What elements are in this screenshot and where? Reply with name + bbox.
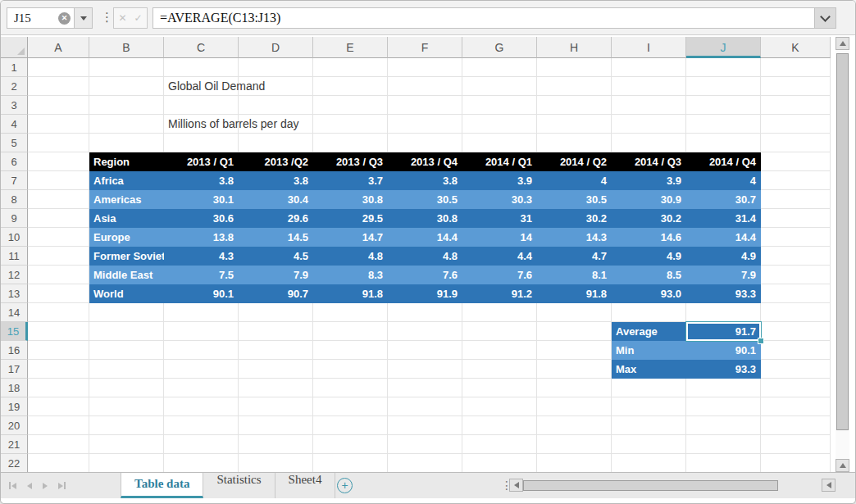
value-cell[interactable]: 91.8 [313,284,388,303]
value-cell[interactable]: 3.9 [462,171,537,190]
column-header-F[interactable]: F [388,37,462,58]
value-cell[interactable]: 4.7 [537,247,612,266]
cell-C4[interactable]: Millions of barrels per day [168,115,299,134]
value-cell[interactable]: 30.1 [164,190,239,209]
stats-label[interactable]: Max [612,360,686,379]
row-header-19[interactable]: 19 [1,397,28,416]
region-cell[interactable]: Europe [89,228,164,247]
scroll-left-button[interactable] [509,479,523,492]
tab-table-data[interactable]: Table data [121,473,203,498]
column-header-C[interactable]: C [164,37,239,58]
value-cell[interactable]: 14.5 [239,228,313,247]
value-cell[interactable]: 14.3 [537,228,612,247]
value-cell[interactable]: 4.9 [686,247,761,266]
table-header-cell[interactable]: 2014 / Q2 [537,152,612,171]
value-cell[interactable]: 14.7 [313,228,388,247]
value-cell[interactable]: 4.9 [612,247,686,266]
value-cell[interactable]: 30.3 [462,190,537,209]
value-cell[interactable]: 4 [686,171,761,190]
value-cell[interactable]: 31 [462,209,537,228]
row-header-7[interactable]: 7 [1,171,28,190]
value-cell[interactable]: 30.9 [612,190,686,209]
value-cell[interactable]: 30.8 [313,190,388,209]
value-cell[interactable]: 7.6 [462,266,537,284]
value-cell[interactable]: 3.7 [313,171,388,190]
row-header-6[interactable]: 6 [1,152,28,171]
column-header-G[interactable]: G [462,37,537,58]
value-cell[interactable]: 31.4 [686,209,761,228]
last-sheet-button[interactable] [58,482,66,489]
value-cell[interactable]: 14.4 [686,228,761,247]
value-cell[interactable]: 7.9 [239,266,313,284]
value-cell[interactable]: 30.2 [612,209,686,228]
previous-sheet-button[interactable] [27,483,32,489]
value-cell[interactable]: 7.6 [388,266,462,284]
vertical-scrollbar[interactable] [836,37,849,472]
table-header-cell[interactable]: Region [89,152,164,171]
column-header-B[interactable]: B [89,37,164,58]
value-cell[interactable]: 3.8 [239,171,313,190]
value-cell[interactable]: 4.8 [313,247,388,266]
value-cell[interactable]: 93.0 [612,284,686,303]
column-header-J[interactable]: J [686,37,761,58]
horizontal-scroll-thumb[interactable] [523,480,778,491]
value-cell[interactable]: 30.5 [537,190,612,209]
value-cell[interactable]: 14 [462,228,537,247]
value-cell[interactable]: 13.8 [164,228,239,247]
add-sheet-button[interactable]: + [337,478,353,493]
fill-handle[interactable] [758,338,764,344]
row-header-3[interactable]: 3 [1,96,28,115]
next-sheet-button[interactable] [43,483,48,489]
value-cell[interactable]: 93.3 [686,284,761,303]
column-header-K[interactable]: K [761,37,831,58]
scroll-up-button[interactable] [836,37,849,50]
value-cell[interactable]: 14.4 [388,228,462,247]
row-header-12[interactable]: 12 [1,266,28,284]
stats-label[interactable]: Average [612,322,686,341]
region-cell[interactable]: Former Soviet Union [89,247,164,266]
select-all-corner[interactable] [1,37,28,58]
value-cell[interactable]: 91.8 [537,284,612,303]
value-cell[interactable]: 3.9 [612,171,686,190]
row-header-10[interactable]: 10 [1,228,28,247]
region-cell[interactable]: Africa [89,171,164,190]
tab-statistics[interactable]: Statistics [203,473,275,498]
value-cell[interactable]: 3.8 [388,171,462,190]
value-cell[interactable]: 4 [537,171,612,190]
horizontal-scrollbar[interactable] [509,479,836,493]
value-cell[interactable]: 91.9 [388,284,462,303]
row-header-16[interactable]: 16 [1,341,28,360]
value-cell[interactable]: 30.6 [164,209,239,228]
row-header-15[interactable]: 15 [1,322,28,341]
scroll-right-button[interactable] [822,479,836,492]
value-cell[interactable]: 30.5 [388,190,462,209]
first-sheet-button[interactable] [9,482,16,489]
value-cell[interactable]: 4.5 [239,247,313,266]
table-header-cell[interactable]: 2013 / Q4 [388,152,462,171]
value-cell[interactable]: 7.9 [686,266,761,284]
vertical-scroll-thumb[interactable] [836,53,849,430]
region-cell[interactable]: World [89,284,164,303]
row-header-18[interactable]: 18 [1,379,28,397]
value-cell[interactable]: 30.2 [537,209,612,228]
row-header-13[interactable]: 13 [1,284,28,303]
value-cell[interactable]: 29.6 [239,209,313,228]
table-header-cell[interactable]: 2014 / Q4 [686,152,761,171]
column-header-H[interactable]: H [537,37,612,58]
value-cell[interactable]: 30.7 [686,190,761,209]
value-cell[interactable]: 30.8 [388,209,462,228]
value-cell[interactable]: 8.5 [612,266,686,284]
value-cell[interactable]: 7.5 [164,266,239,284]
value-cell[interactable]: 29.5 [313,209,388,228]
row-header-4[interactable]: 4 [1,115,28,134]
scroll-down-button[interactable] [836,459,849,472]
value-cell[interactable]: 4.8 [388,247,462,266]
value-cell[interactable]: 30.4 [239,190,313,209]
table-header-cell[interactable]: 2013 / Q1 [164,152,239,171]
value-cell[interactable]: 14.6 [612,228,686,247]
row-header-22[interactable]: 22 [1,454,28,473]
row-header-21[interactable]: 21 [1,435,28,454]
row-header-2[interactable]: 2 [1,77,28,96]
stats-value[interactable]: 90.1 [686,341,761,360]
column-header-I[interactable]: I [612,37,686,58]
